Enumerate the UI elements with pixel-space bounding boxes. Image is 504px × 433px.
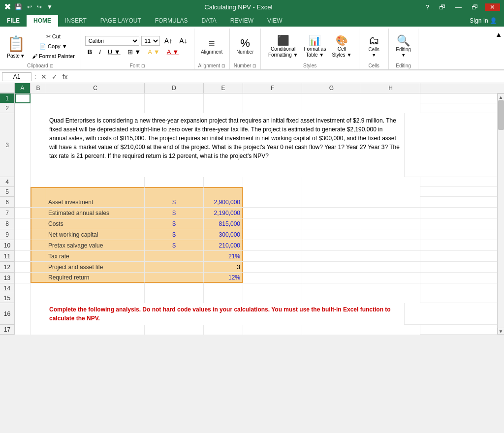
cell-a1[interactable] xyxy=(15,93,31,103)
cell-f8[interactable] xyxy=(243,218,302,229)
conditional-formatting-button[interactable]: ⬛ ConditionalFormatting ▼ xyxy=(268,34,298,58)
cell-b9[interactable] xyxy=(31,229,46,240)
tab-file[interactable]: FILE xyxy=(0,15,27,27)
cell-g15[interactable] xyxy=(302,293,361,303)
cell-g2[interactable] xyxy=(302,103,361,113)
cell-a4[interactable] xyxy=(15,177,31,187)
cell-f15[interactable] xyxy=(243,293,302,303)
cell-c11[interactable]: Tax rate xyxy=(46,251,145,261)
cell-b5[interactable] xyxy=(31,187,46,197)
cell-a9[interactable] xyxy=(15,229,31,240)
row-header-6[interactable]: 6 xyxy=(0,197,15,208)
cell-d12[interactable] xyxy=(145,262,204,272)
cell-c14[interactable] xyxy=(46,283,145,293)
cell-e14[interactable] xyxy=(204,283,243,293)
cell-g4[interactable] xyxy=(302,177,361,187)
tab-view[interactable]: VIEW xyxy=(260,14,289,27)
cell-a17[interactable] xyxy=(15,325,31,335)
insert-function-button[interactable]: fx xyxy=(61,73,69,81)
row-header-10[interactable]: 10 xyxy=(0,240,15,251)
cell-a5[interactable] xyxy=(15,187,31,197)
cell-c9[interactable]: Net working capital xyxy=(46,229,145,240)
cell-b1[interactable] xyxy=(31,93,46,103)
cell-c5[interactable] xyxy=(46,187,145,197)
cell-e9[interactable]: 300,000 xyxy=(204,229,243,240)
row-header-5[interactable]: 5 xyxy=(0,187,15,197)
cell-h9[interactable] xyxy=(361,229,420,240)
cell-d17[interactable] xyxy=(145,325,204,335)
row-header-7[interactable]: 7 xyxy=(0,208,15,218)
cell-b11[interactable] xyxy=(31,251,46,261)
cell-h7[interactable] xyxy=(361,208,420,218)
cell-c12[interactable]: Project and asset life xyxy=(46,262,145,272)
cell-c8[interactable]: Costs xyxy=(46,218,145,229)
cell-d15[interactable] xyxy=(145,293,204,303)
cell-g10[interactable] xyxy=(302,240,361,250)
clipboard-expander[interactable]: ⊡ xyxy=(50,63,54,68)
cell-h5[interactable] xyxy=(361,187,420,197)
minimize-button[interactable]: — xyxy=(452,3,465,11)
confirm-formula-button[interactable]: ✓ xyxy=(50,73,59,81)
cell-d8[interactable]: $ xyxy=(145,218,204,229)
cell-h15[interactable] xyxy=(361,293,420,303)
help-button[interactable]: ? xyxy=(423,3,432,11)
cell-a14[interactable] xyxy=(15,283,31,293)
font-family-select[interactable]: Calibri xyxy=(85,36,139,46)
cell-b6[interactable] xyxy=(31,197,46,207)
cancel-formula-button[interactable]: ✕ xyxy=(39,73,48,81)
cell-b7[interactable] xyxy=(31,208,46,218)
row-header-16[interactable]: 16 xyxy=(0,303,15,325)
cell-c6[interactable]: Asset investment xyxy=(46,197,145,207)
cell-a11[interactable] xyxy=(15,251,31,261)
scroll-thumb[interactable] xyxy=(498,100,504,130)
cell-f2[interactable] xyxy=(243,103,302,113)
restore-button[interactable]: 🗗 xyxy=(469,3,481,11)
cell-h8[interactable] xyxy=(361,218,420,229)
decrease-font-button[interactable]: A↓ xyxy=(177,36,189,46)
row-header-3[interactable]: 3 xyxy=(0,113,15,177)
row-header-14[interactable]: 14 xyxy=(0,283,15,293)
vertical-scrollbar[interactable]: ▲ ▼ xyxy=(497,93,504,335)
cell-c4[interactable] xyxy=(46,177,145,187)
cell-b3[interactable] xyxy=(31,113,46,177)
undo-qat-button[interactable]: ↩ xyxy=(26,3,33,10)
row-header-4[interactable]: 4 xyxy=(0,177,15,187)
cell-h1[interactable] xyxy=(361,93,420,103)
editing-button[interactable]: 🔍 Editing ▼ xyxy=(393,34,413,59)
row-header-12[interactable]: 12 xyxy=(0,262,15,273)
customize-qat-button[interactable]: ▼ xyxy=(45,3,54,10)
cell-g11[interactable] xyxy=(302,251,361,261)
save-qat-button[interactable]: 💾 xyxy=(13,3,24,10)
cell-e11[interactable]: 21% xyxy=(204,251,243,261)
tab-home[interactable]: HOME xyxy=(27,14,58,27)
cell-d7[interactable]: $ xyxy=(145,208,204,218)
borders-button[interactable]: ⊞ ▼ xyxy=(125,47,143,57)
tab-insert[interactable]: INSERT xyxy=(58,14,94,27)
cell-a16[interactable] xyxy=(15,303,31,325)
fill-color-button[interactable]: A ▼ xyxy=(145,47,162,57)
font-size-select[interactable]: 11 xyxy=(141,36,160,46)
cell-f7[interactable] xyxy=(243,208,302,218)
increase-font-button[interactable]: A↑ xyxy=(162,36,175,46)
cell-b12[interactable] xyxy=(31,262,46,272)
alignment-expander[interactable]: ⊡ xyxy=(221,63,225,68)
cell-e5[interactable] xyxy=(204,187,243,197)
scroll-up-button[interactable]: ▲ xyxy=(498,93,504,100)
cell-f17[interactable] xyxy=(243,325,302,335)
row-header-17[interactable]: 17 xyxy=(0,325,15,335)
cell-d13[interactable] xyxy=(145,273,204,283)
cell-d10[interactable]: $ xyxy=(145,240,204,250)
cell-reference-input[interactable]: A1 xyxy=(2,72,32,81)
tab-formulas[interactable]: FORMULAS xyxy=(148,14,195,27)
format-as-table-button[interactable]: 📊 Format asTable ▼ xyxy=(304,34,326,58)
cell-f5[interactable] xyxy=(243,187,302,197)
cell-d4[interactable] xyxy=(145,177,204,187)
cell-b8[interactable] xyxy=(31,218,46,229)
cell-g12[interactable] xyxy=(302,262,361,272)
cell-h10[interactable] xyxy=(361,240,420,250)
cell-e4[interactable] xyxy=(204,177,243,187)
cell-h14[interactable] xyxy=(361,283,420,293)
cell-e12[interactable]: 3 xyxy=(204,262,243,272)
cell-h11[interactable] xyxy=(361,251,420,261)
cell-e1[interactable] xyxy=(204,93,243,103)
